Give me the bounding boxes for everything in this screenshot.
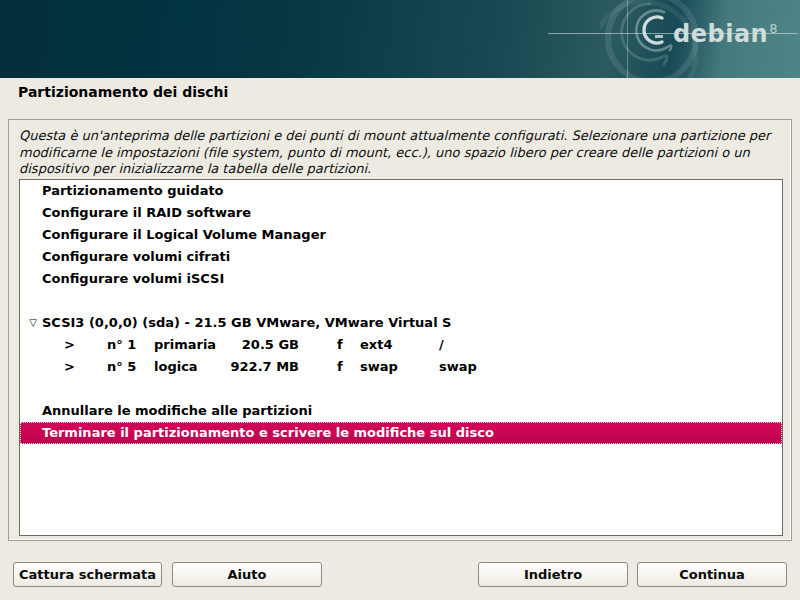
installer-banner: debian8	[0, 0, 800, 78]
spacer-row	[20, 378, 782, 400]
instructions-text: Questa è un'anteprima delle partizioni e…	[19, 128, 781, 178]
partition-size: 922.7 MB	[220, 356, 337, 378]
partition-filesystem: ext4	[360, 334, 439, 356]
brand-version: 8	[769, 21, 778, 36]
partition-size: 20.5 GB	[220, 334, 337, 356]
help-button[interactable]: Aiuto	[172, 562, 322, 587]
continue-button[interactable]: Continua	[637, 562, 787, 587]
partition-format-flag: f	[337, 356, 360, 378]
list-item-configure-lvm[interactable]: Configurare il Logical Volume Manager	[20, 224, 782, 246]
list-item-partition-1[interactable]: > n° 1 primaria 20.5 GB f ext4 /	[20, 334, 782, 356]
partition-mountpoint: swap	[439, 356, 782, 378]
list-item-undo-changes[interactable]: Annullare le modifiche alle partizioni	[20, 400, 782, 422]
list-item-configure-encrypted[interactable]: Configurare volumi cifrati	[20, 246, 782, 268]
list-item-guided-partitioning[interactable]: Partizionamento guidato	[20, 180, 782, 202]
list-item-partition-5[interactable]: > n° 5 logica 922.7 MB f swap swap	[20, 356, 782, 378]
partition-type: primaria	[154, 334, 220, 356]
partition-overview-panel: Questa è un'anteprima delle partizioni e…	[8, 119, 792, 541]
brand-logo-text: debian8	[673, 20, 778, 48]
partition-marker-icon: >	[64, 356, 107, 378]
screenshot-button[interactable]: Cattura schermata	[13, 562, 162, 587]
partition-number: n° 5	[107, 356, 154, 378]
list-item-finish-partitioning[interactable]: Terminare il partizionamento e scrivere …	[20, 422, 782, 444]
brand-name: debian	[673, 20, 768, 48]
partition-mountpoint: /	[439, 334, 782, 356]
list-item-configure-iscsi[interactable]: Configurare volumi iSCSI	[20, 268, 782, 290]
partition-format-flag: f	[337, 334, 360, 356]
partition-type: logica	[154, 356, 220, 378]
partition-listbox[interactable]: Partizionamento guidato Configurare il R…	[19, 179, 783, 536]
list-item-configure-raid[interactable]: Configurare il RAID software	[20, 202, 782, 224]
list-item-disk-sda[interactable]: ▽SCSI3 (0,0,0) (sda) - 21.5 GB VMware, V…	[20, 312, 782, 334]
disk-label: SCSI3 (0,0,0) (sda) - 21.5 GB VMware, VM…	[42, 315, 451, 330]
partition-number: n° 1	[107, 334, 154, 356]
back-button[interactable]: Indietro	[478, 562, 628, 587]
page-title: Partizionamento dei dischi	[18, 84, 228, 100]
partition-filesystem: swap	[360, 356, 439, 378]
expander-triangle-icon[interactable]: ▽	[24, 312, 42, 334]
spacer-row	[20, 290, 782, 312]
partition-marker-icon: >	[64, 334, 107, 356]
